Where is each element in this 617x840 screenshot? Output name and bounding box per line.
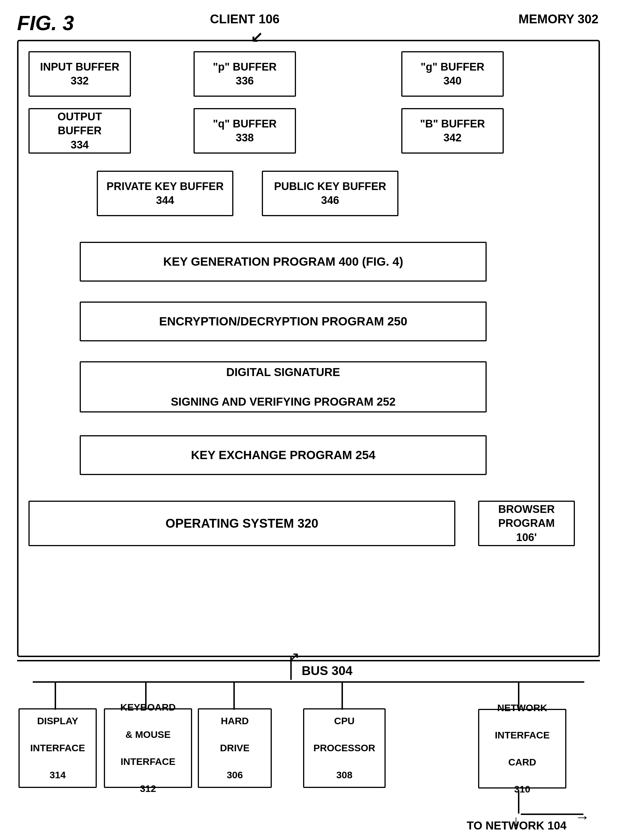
- bus-arrow: ↗: [288, 648, 300, 666]
- public-key-buffer-box: PUBLIC KEY BUFFER 346: [262, 171, 399, 216]
- bus-bottom-horizontal: [33, 681, 584, 683]
- g-buffer-box: "g" BUFFER 340: [401, 51, 504, 97]
- display-interface-box: DISPLAY INTERFACE 314: [19, 708, 97, 788]
- client-label: CLIENT 106: [210, 12, 280, 26]
- figure-label: FIG. 3: [17, 11, 74, 35]
- bus-label: BUS 304: [302, 662, 353, 678]
- B-buffer-box: "B" BUFFER 342: [401, 108, 504, 153]
- key-generation-box: KEY GENERATION PROGRAM 400 (FIG. 4): [80, 242, 487, 281]
- encryption-box: ENCRYPTION/DECRYPTION PROGRAM 250: [80, 302, 487, 341]
- hard-drive-box: HARD DRIVE 306: [198, 708, 272, 788]
- digital-signature-box: DIGITAL SIGNATURE SIGNING AND VERIFYING …: [80, 361, 487, 413]
- output-buffer-box: OUTPUT BUFFER 334: [28, 108, 131, 153]
- cpu-vert-line: [341, 681, 343, 710]
- keyboard-mouse-box: KEYBOARD & MOUSE INTERFACE 312: [104, 708, 192, 788]
- private-key-buffer-box: PRIVATE KEY BUFFER 344: [97, 171, 233, 216]
- nic-down-arrow: [518, 791, 520, 813]
- display-vert-line: [55, 681, 56, 710]
- cpu-processor-box: CPU PROCESSOR 308: [303, 708, 385, 788]
- memory-label: MEMORY 302: [518, 12, 598, 26]
- nic-arrowhead-right: →: [575, 808, 590, 825]
- to-network-label: TO NETWORK 104: [467, 819, 566, 832]
- network-interface-card-box: NETWORK INTERFACE CARD 310: [478, 709, 566, 788]
- input-buffer-box: INPUT BUFFER 332: [28, 51, 131, 97]
- nic-right-line: [521, 813, 583, 815]
- q-buffer-box: "q" BUFFER 338: [193, 108, 296, 153]
- p-buffer-box: "p" BUFFER 336: [193, 51, 296, 97]
- operating-system-box: OPERATING SYSTEM 320: [28, 501, 455, 546]
- browser-program-box: BROWSER PROGRAM 106': [478, 501, 575, 546]
- harddrive-vert-line: [233, 681, 235, 710]
- key-exchange-box: KEY EXCHANGE PROGRAM 254: [80, 435, 487, 475]
